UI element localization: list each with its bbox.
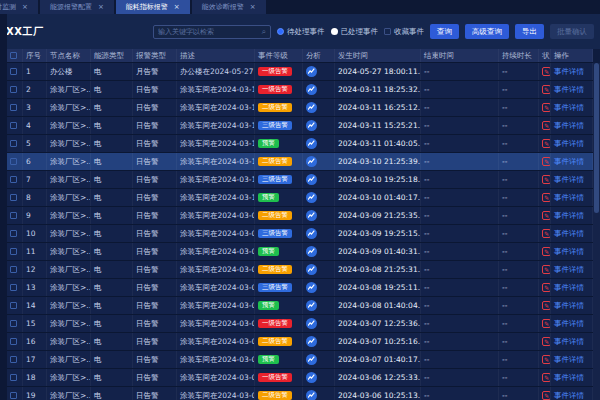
event-detail-link[interactable]: 事件详情 — [554, 193, 584, 203]
event-status-icon[interactable]: ✎ — [542, 337, 551, 346]
checkbox-favorite-events[interactable]: 收藏事件 — [384, 27, 424, 37]
analysis-chart-icon[interactable] — [306, 318, 317, 329]
row-checkbox[interactable] — [10, 86, 17, 93]
row-checkbox[interactable] — [10, 230, 17, 237]
table-row[interactable]: 18 涂装厂区>... 电 日告警 涂装车间在2024-03-06 1... 一… — [7, 369, 593, 387]
analysis-chart-icon[interactable] — [306, 210, 317, 221]
table-row[interactable]: 13 涂装厂区>... 电 日告警 涂装车间在2024-03-08 1... 三… — [7, 279, 593, 297]
analysis-chart-icon[interactable] — [306, 156, 317, 167]
event-detail-link[interactable]: 事件详情 — [554, 247, 584, 257]
event-status-icon[interactable]: ✎ — [542, 211, 551, 220]
analysis-chart-icon[interactable] — [306, 372, 317, 383]
analysis-chart-icon[interactable] — [306, 84, 317, 95]
event-detail-link[interactable]: 事件详情 — [554, 175, 584, 185]
row-checkbox[interactable] — [10, 302, 17, 309]
row-checkbox[interactable] — [10, 392, 17, 399]
table-row[interactable]: 5 涂装厂区>... 电 日告警 涂装车间在2024-03-11 0... 预警… — [7, 135, 593, 153]
row-checkbox[interactable] — [10, 356, 17, 363]
table-row[interactable]: 19 涂装厂区>... 电 日告警 涂装车间在2024-03-06 1... 二… — [7, 387, 593, 400]
event-detail-link[interactable]: 事件详情 — [554, 157, 584, 167]
checkbox-icon[interactable] — [384, 28, 391, 35]
table-row[interactable]: 9 涂装厂区>... 电 日告警 涂装车间在2024-03-09 2... 二级… — [7, 207, 593, 225]
table-row[interactable]: 2 涂装厂区>... 电 日告警 涂装车间在2024-03-11 1... 一级… — [7, 81, 593, 99]
row-checkbox[interactable] — [10, 248, 17, 255]
table-row[interactable]: 14 涂装厂区>... 电 日告警 涂装车间在2024-03-08 0... 预… — [7, 297, 593, 315]
analysis-chart-icon[interactable] — [306, 228, 317, 239]
analysis-chart-icon[interactable] — [306, 390, 317, 400]
query-button[interactable]: 查询 — [430, 24, 459, 39]
batch-confirm-button[interactable]: 批量确认 — [550, 24, 594, 39]
row-checkbox[interactable] — [10, 176, 17, 183]
event-status-icon[interactable]: ✎ — [542, 301, 551, 310]
event-detail-link[interactable]: 事件详情 — [554, 301, 584, 311]
radio-selected-icon[interactable] — [277, 28, 284, 35]
analysis-chart-icon[interactable] — [306, 264, 317, 275]
analysis-chart-icon[interactable] — [306, 138, 317, 149]
event-detail-link[interactable]: 事件详情 — [554, 139, 584, 149]
row-checkbox[interactable] — [10, 194, 17, 201]
analysis-chart-icon[interactable] — [306, 120, 317, 131]
row-checkbox[interactable] — [10, 266, 17, 273]
event-status-icon[interactable]: ✎ — [542, 265, 551, 274]
radio-pending-events[interactable]: 待处理事件 — [277, 27, 325, 37]
analysis-chart-icon[interactable] — [306, 282, 317, 293]
tab-close-icon[interactable]: × — [22, 3, 28, 11]
table-row[interactable]: 7 涂装厂区>... 电 日告警 涂装车间在2024-03-10 1... 三级… — [7, 171, 593, 189]
event-status-icon[interactable]: ✎ — [542, 157, 551, 166]
tab-3[interactable]: 能耗指标报警× — [116, 0, 190, 14]
row-checkbox[interactable] — [10, 212, 17, 219]
analysis-chart-icon[interactable] — [306, 174, 317, 185]
event-status-icon[interactable]: ✎ — [542, 391, 551, 400]
event-detail-link[interactable]: 事件详情 — [554, 229, 584, 239]
event-detail-link[interactable]: 事件详情 — [554, 85, 584, 95]
search-input[interactable] — [158, 28, 262, 36]
event-detail-link[interactable]: 事件详情 — [554, 391, 584, 400]
row-checkbox[interactable] — [10, 338, 17, 345]
tab-4[interactable]: 能效诊断报警× — [192, 0, 266, 14]
event-status-icon[interactable]: ✎ — [542, 283, 551, 292]
row-checkbox[interactable] — [10, 122, 17, 129]
analysis-chart-icon[interactable] — [306, 192, 317, 203]
analysis-chart-icon[interactable] — [306, 246, 317, 257]
select-all-checkbox[interactable] — [10, 52, 17, 59]
tab-close-icon[interactable]: × — [174, 3, 180, 11]
row-checkbox[interactable] — [10, 374, 17, 381]
event-status-icon[interactable]: ✎ — [542, 319, 551, 328]
event-detail-link[interactable]: 事件详情 — [554, 67, 584, 77]
row-checkbox[interactable] — [10, 140, 17, 147]
table-row[interactable]: 12 涂装厂区>... 电 日告警 涂装车间在2024-03-08 2... 二… — [7, 261, 593, 279]
analysis-chart-icon[interactable] — [306, 336, 317, 347]
search-box[interactable]: ⌕ — [153, 25, 271, 39]
analysis-chart-icon[interactable] — [306, 66, 317, 77]
event-detail-link[interactable]: 事件详情 — [554, 121, 584, 131]
event-detail-link[interactable]: 事件详情 — [554, 337, 584, 347]
scrollbar-thumb[interactable] — [594, 63, 599, 213]
table-row[interactable]: 10 涂装厂区>... 电 日告警 涂装车间在2024-03-09 1... 三… — [7, 225, 593, 243]
row-checkbox[interactable] — [10, 104, 17, 111]
tab-1[interactable]: 实时监测× — [0, 0, 38, 14]
table-row[interactable]: 1 办公楼 电 月告警 办公楼在2024-05-27 18:0... 一级告警 … — [7, 63, 593, 81]
analysis-chart-icon[interactable] — [306, 354, 317, 365]
event-detail-link[interactable]: 事件详情 — [554, 319, 584, 329]
event-status-icon[interactable]: ✎ — [542, 355, 551, 364]
table-row[interactable]: 11 涂装厂区>... 电 日告警 涂装车间在2024-03-09 0... 预… — [7, 243, 593, 261]
event-status-icon[interactable]: ✎ — [542, 103, 551, 112]
row-checkbox[interactable] — [10, 284, 17, 291]
tab-2[interactable]: 能源报警配置× — [40, 0, 114, 14]
event-detail-link[interactable]: 事件详情 — [554, 373, 584, 383]
row-checkbox[interactable] — [10, 68, 17, 75]
analysis-chart-icon[interactable] — [306, 102, 317, 113]
row-checkbox[interactable] — [10, 320, 17, 327]
analysis-chart-icon[interactable] — [306, 300, 317, 311]
event-detail-link[interactable]: 事件详情 — [554, 283, 584, 293]
table-row[interactable]: 15 涂装厂区>... 电 日告警 涂装车间在2024-03-07 1... 一… — [7, 315, 593, 333]
event-status-icon[interactable]: ✎ — [542, 67, 551, 76]
tab-close-icon[interactable]: × — [98, 3, 104, 11]
event-status-icon[interactable]: ✎ — [542, 229, 551, 238]
table-row[interactable]: 6 涂装厂区>... 电 日告警 涂装车间在2024-03-10 2... 二级… — [7, 153, 593, 171]
table-row[interactable]: 8 涂装厂区>... 电 日告警 涂装车间在2024-03-10 0... 预警… — [7, 189, 593, 207]
table-row[interactable]: 17 涂装厂区>... 电 日告警 涂装车间在2024-03-07 0... 预… — [7, 351, 593, 369]
table-row[interactable]: 3 涂装厂区>... 电 日告警 涂装车间在2024-03-11 1... 二级… — [7, 99, 593, 117]
vertical-scrollbar[interactable] — [593, 63, 600, 400]
advanced-query-button[interactable]: 高级查询 — [465, 24, 509, 39]
